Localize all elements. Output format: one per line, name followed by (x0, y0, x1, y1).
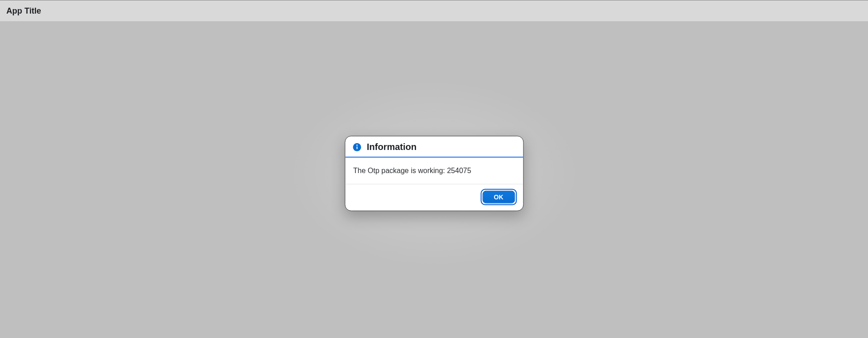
dialog-header: Information (345, 136, 523, 158)
app-container: App Title Information The Otp package is… (0, 0, 868, 338)
dialog-message: The Otp package is working: 254075 (353, 166, 515, 176)
svg-rect-1 (356, 146, 357, 149)
svg-point-2 (356, 145, 358, 146)
dialog-footer: OK (345, 184, 523, 211)
content-area: Information The Otp package is working: … (0, 22, 868, 338)
info-icon (352, 142, 361, 151)
app-title: App Title (6, 6, 41, 16)
information-dialog: Information The Otp package is working: … (345, 136, 523, 211)
app-header: App Title (0, 0, 868, 22)
ok-button-focus-ring: OK (480, 189, 517, 205)
dialog-body: The Otp package is working: 254075 (345, 158, 523, 184)
dialog-title: Information (367, 142, 417, 152)
ok-button[interactable]: OK (482, 191, 515, 203)
